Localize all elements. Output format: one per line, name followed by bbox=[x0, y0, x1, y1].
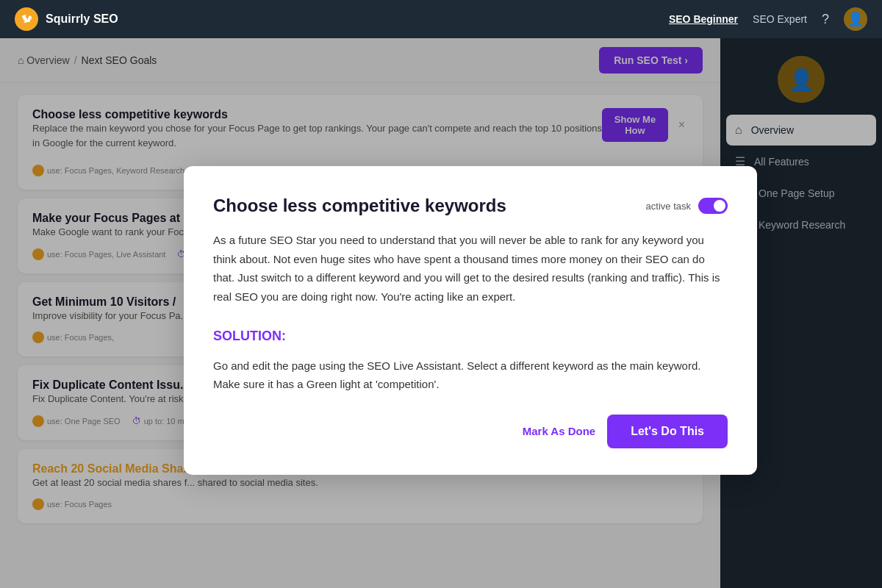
app-logo: 🐿 Squirrly SEO bbox=[15, 7, 118, 31]
modal-footer: Mark As Done Let's Do This bbox=[213, 415, 728, 448]
top-navigation: 🐿 Squirrly SEO SEO Beginner SEO Expert ?… bbox=[0, 0, 882, 38]
topnav-right: SEO Beginner SEO Expert ? 👤 bbox=[669, 7, 867, 31]
mark-as-done-button[interactable]: Mark As Done bbox=[523, 425, 595, 437]
modal-body: As a future SEO Star you need to underst… bbox=[213, 231, 728, 393]
logo-icon: 🐿 bbox=[15, 7, 38, 31]
solution-label: SOLUTION: bbox=[213, 325, 728, 348]
solution-text: Go and edit the page using the SEO Live … bbox=[213, 356, 728, 394]
help-icon[interactable]: ? bbox=[822, 12, 829, 27]
lets-do-this-button[interactable]: Let's Do This bbox=[607, 415, 728, 448]
modal-title: Choose less competitive keywords bbox=[213, 196, 506, 216]
modal-overlay[interactable]: Choose less competitive keywords active … bbox=[0, 38, 882, 588]
app-name: Squirrly SEO bbox=[46, 12, 118, 26]
active-task-label: active task bbox=[646, 201, 691, 212]
seo-beginner-link[interactable]: SEO Beginner bbox=[669, 13, 738, 25]
active-task-toggle[interactable] bbox=[698, 198, 728, 214]
modal-header: Choose less competitive keywords active … bbox=[213, 196, 728, 216]
modal-body-text: As a future SEO Star you need to underst… bbox=[213, 231, 728, 306]
modal-dialog: Choose less competitive keywords active … bbox=[184, 166, 757, 474]
seo-expert-link[interactable]: SEO Expert bbox=[753, 13, 807, 25]
avatar[interactable]: 👤 bbox=[844, 7, 867, 31]
active-task-row: active task bbox=[646, 198, 728, 214]
